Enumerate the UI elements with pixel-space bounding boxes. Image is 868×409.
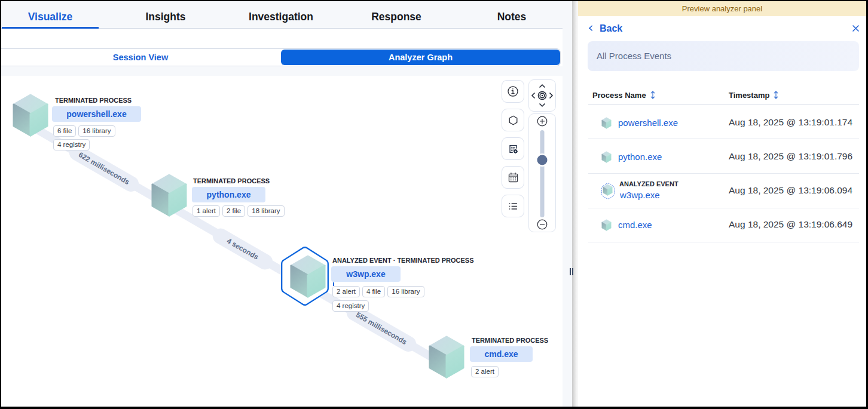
svg-text:622 milliseconds: 622 milliseconds [77,150,131,186]
svg-text:555 milliseconds: 555 milliseconds [354,310,408,346]
